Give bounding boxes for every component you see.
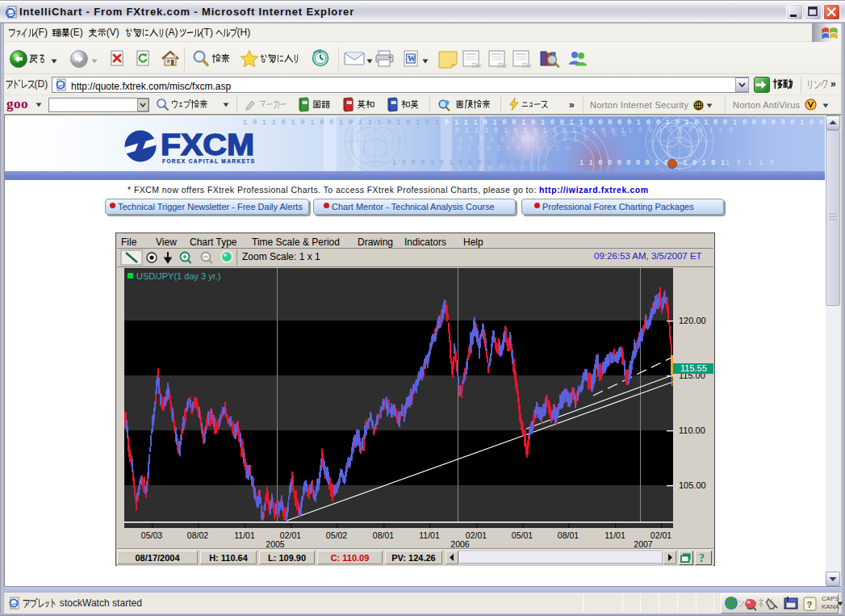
- svg-text:(E): (E): [70, 27, 83, 38]
- svg-text:101001010: 101001010: [457, 165, 546, 171]
- svg-text:W: W: [408, 54, 416, 63]
- svg-text:(H): (H): [237, 27, 251, 38]
- svg-text:011101001010011000001001010100: 011101001010011000001001010100: [445, 119, 727, 127]
- svg-text:USD/JPY(1 day 3 yr.): USD/JPY(1 day 3 yr.): [136, 271, 221, 281]
- svg-text:(V): (V): [107, 27, 119, 38]
- svg-text:FXCM: FXCM: [161, 128, 254, 161]
- svg-text:10010100110: 10010100110: [628, 127, 733, 135]
- svg-text:1000000100: 1000000100: [733, 119, 823, 127]
- svg-text:10110: 10110: [726, 159, 774, 167]
- svg-text:1100000010010101: 1100000010010101: [579, 159, 725, 167]
- svg-text:The: The: [471, 61, 482, 69]
- svg-text:(A): (A): [165, 27, 178, 38]
- svg-text:?: ?: [699, 552, 705, 564]
- svg-text:(D): (D): [35, 78, 48, 90]
- svg-text:stockWatch started: stockWatch started: [57, 597, 142, 609]
- svg-text:?: ?: [807, 600, 813, 610]
- svg-text:The: The: [497, 61, 508, 69]
- svg-text:(F): (F): [36, 27, 48, 38]
- svg-text:(T): (T): [201, 27, 213, 38]
- svg-text:The: The: [521, 61, 532, 69]
